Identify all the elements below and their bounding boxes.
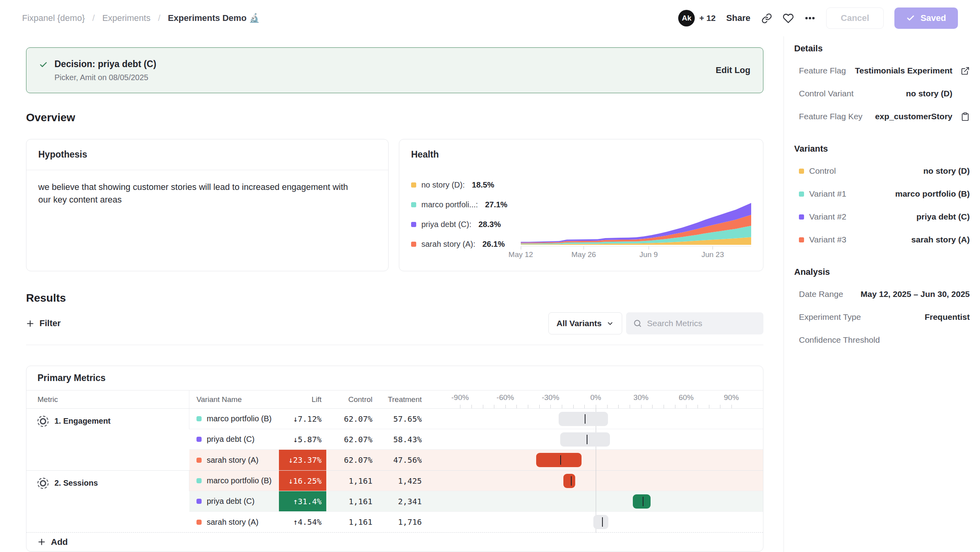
analysis-section: Analysis Date Range May 12, 2025 – Jun 3… bbox=[794, 267, 970, 351]
copy-link-icon[interactable] bbox=[761, 13, 772, 24]
app-header: Fixpanel {demo}/Experiments/Experiments … bbox=[0, 0, 980, 36]
table-row[interactable]: marco portfolio (B) ↓7.12% 62.07% 57.65% bbox=[189, 409, 763, 429]
variant-swatch bbox=[799, 169, 804, 174]
metric-rows: marco portfolio (B) ↓7.12% 62.07% 57.65%… bbox=[189, 409, 763, 470]
detail-row: Control Variant no story (D) bbox=[794, 82, 970, 105]
variant-swatch bbox=[196, 499, 202, 504]
treatment-value: 58.43% bbox=[376, 429, 425, 449]
variant-swatch bbox=[799, 192, 804, 197]
axis-tick bbox=[641, 405, 641, 408]
variant-label: Variant #3 bbox=[799, 235, 846, 244]
legend-item[interactable]: marco portfoli...: 27.1% bbox=[411, 200, 521, 209]
lift-value: ↑4.54% bbox=[279, 512, 326, 532]
legend-item[interactable]: sarah story (A): 26.1% bbox=[411, 240, 521, 249]
breadcrumb-separator: / bbox=[92, 13, 95, 23]
detail-value: Testimonials Experiment bbox=[855, 66, 952, 75]
share-button[interactable]: Share bbox=[726, 13, 750, 23]
variant-swatch bbox=[196, 437, 202, 442]
control-value: 1,161 bbox=[326, 471, 376, 491]
ci-mean bbox=[571, 476, 572, 486]
add-metric-button[interactable]: Add bbox=[26, 532, 763, 551]
axis-label: -60% bbox=[497, 393, 514, 402]
ci-bar bbox=[633, 494, 651, 509]
table-row[interactable]: priya debt (C) ↑31.4% 1,161 2,341 bbox=[189, 491, 763, 512]
analysis-rows: Date Range May 12, 2025 – Jun 30, 2025 E… bbox=[794, 283, 970, 351]
saved-button[interactable]: Saved bbox=[894, 8, 958, 29]
metric-cell[interactable]: 1. Engagement bbox=[26, 409, 189, 429]
axis-tick bbox=[562, 405, 562, 408]
variants-dropdown-label: All Variants bbox=[557, 319, 602, 328]
variant-label-text: Variant #3 bbox=[809, 235, 846, 244]
legend-swatch bbox=[411, 182, 416, 188]
legend-label: marco portfoli...: bbox=[421, 200, 478, 209]
breadcrumb-item[interactable]: Experiments bbox=[102, 13, 150, 23]
breadcrumb-item[interactable]: Fixpanel {demo} bbox=[22, 13, 85, 23]
legend-swatch bbox=[411, 202, 416, 207]
breadcrumb-item[interactable]: Experiments Demo 🔬 bbox=[168, 13, 260, 23]
ci-bar bbox=[559, 412, 608, 426]
primary-metrics-card: Primary Metrics Metric Variant Name Lift… bbox=[26, 366, 763, 552]
metric-target-icon bbox=[37, 478, 49, 489]
axis-label: 60% bbox=[679, 393, 694, 402]
favorite-heart-icon[interactable] bbox=[783, 13, 794, 24]
table-row[interactable]: sarah story (A) ↓23.37% 62.07% 47.56% bbox=[189, 450, 763, 470]
right-sidebar: Details Feature Flag Testimonials Experi… bbox=[784, 36, 980, 552]
axis-tick bbox=[483, 405, 483, 408]
metric-group: 2. Sessions marco portfolio (B) ↓16.25% … bbox=[26, 470, 763, 532]
legend-item[interactable]: priya debt (C): 28.3% bbox=[411, 220, 521, 229]
saved-button-label: Saved bbox=[920, 13, 946, 23]
search-metrics-input[interactable] bbox=[647, 319, 756, 328]
ci-bar bbox=[560, 432, 610, 447]
ci-bar bbox=[563, 474, 576, 488]
variant-row: Variant #2 priya debt (C) bbox=[794, 205, 970, 228]
legend-value: 18.5% bbox=[472, 180, 494, 190]
decision-banner: Decision: priya debt (C) Picker, Amit on… bbox=[26, 47, 763, 93]
decision-check-icon bbox=[39, 60, 48, 82]
axis-tick bbox=[471, 405, 472, 408]
table-row[interactable]: marco portfolio (B) ↓16.25% 1,161 1,425 bbox=[189, 471, 763, 491]
health-xlabel: May 12 bbox=[509, 250, 533, 259]
axis-tick bbox=[528, 405, 528, 408]
detail-row: Feature Flag Key exp_customerStory bbox=[794, 105, 970, 128]
health-chart: May 12 May 26 Jun 9 Jun 23 bbox=[521, 164, 751, 261]
axis-tick bbox=[539, 405, 540, 408]
detail-value: exp_customerStory bbox=[875, 112, 952, 121]
main-content: Decision: priya debt (C) Picker, Amit on… bbox=[0, 36, 784, 552]
table-row[interactable]: sarah story (A) ↑4.54% 1,161 1,716 bbox=[189, 512, 763, 532]
legend-swatch bbox=[411, 222, 416, 227]
axis-tick bbox=[618, 405, 619, 408]
variant-swatch bbox=[196, 458, 202, 463]
analysis-row: Confidence Threshold bbox=[794, 329, 970, 351]
health-xlabel: Jun 9 bbox=[640, 250, 658, 259]
column-header-variant: Variant Name bbox=[189, 391, 279, 408]
axis-tick bbox=[630, 405, 630, 408]
metric-rows: marco portfolio (B) ↓16.25% 1,161 1,425 … bbox=[189, 471, 763, 532]
legend-item[interactable]: no story (D): 18.5% bbox=[411, 180, 521, 190]
clipboard-icon[interactable] bbox=[961, 112, 970, 121]
table-row[interactable]: priya debt (C) ↓5.87% 62.07% 58.43% bbox=[189, 429, 763, 450]
axis-tick bbox=[494, 405, 494, 408]
details-heading: Details bbox=[794, 43, 970, 54]
health-legend: no story (D): 18.5% marco portfoli...: 2… bbox=[411, 180, 521, 261]
table-header: Metric Variant Name Lift Control Treatme… bbox=[26, 391, 763, 409]
axis-tick bbox=[607, 405, 608, 408]
hypothesis-body: we believe that showing customer stories… bbox=[26, 170, 374, 217]
external-link-icon[interactable] bbox=[961, 66, 970, 75]
metric-cell[interactable]: 2. Sessions bbox=[26, 471, 189, 491]
more-options-icon[interactable] bbox=[804, 13, 815, 24]
axis-label: 30% bbox=[634, 393, 649, 402]
avatar[interactable]: Ak bbox=[678, 10, 695, 26]
axis-tick bbox=[505, 405, 506, 408]
add-filter-button[interactable]: Filter bbox=[26, 318, 61, 329]
collaborator-count[interactable]: + 12 bbox=[699, 13, 715, 23]
results-heading: Results bbox=[26, 292, 763, 304]
edit-log-button[interactable]: Edit Log bbox=[716, 65, 750, 75]
health-xtick bbox=[521, 246, 521, 250]
ci-chart-cell bbox=[425, 429, 763, 449]
health-xtick bbox=[584, 246, 584, 250]
legend-value: 26.1% bbox=[483, 240, 505, 249]
variant-name: priya debt (C) bbox=[207, 497, 254, 506]
variants-dropdown[interactable]: All Variants bbox=[548, 312, 622, 334]
axis-tick bbox=[664, 405, 664, 408]
cancel-button[interactable]: Cancel bbox=[826, 8, 884, 29]
